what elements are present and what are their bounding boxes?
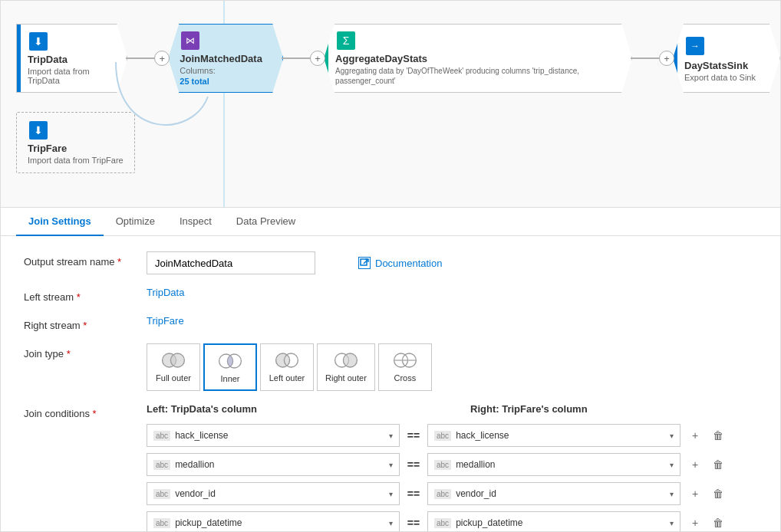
left-col-header: Left: TripData's column [147, 403, 400, 415]
tab-data-preview[interactable]: Data Preview [224, 208, 308, 236]
right-outer-icon [332, 350, 360, 370]
add-condition-1[interactable]: + [687, 456, 704, 473]
join-conditions-label: Join conditions * [24, 403, 147, 419]
condition-row-3: abcpickup_datetime ▾ == abcpickup_dateti… [147, 511, 757, 531]
tripfare-subtitle: Import data from TripFare [28, 156, 124, 165]
right-stream-value[interactable]: TripFare [147, 315, 184, 327]
right-col-1[interactable]: abcmedallion ▾ [427, 453, 680, 476]
output-stream-label: Output stream name * [24, 251, 147, 268]
join-icon: ⋈ [180, 31, 201, 50]
aggregate-subtitle: Aggregating data by 'DayOfTheWeek' produ… [335, 66, 621, 86]
join-type-cross[interactable]: Cross [378, 343, 432, 391]
aggregate-icon: Σ [335, 31, 357, 50]
left-outer-label: Left outer [269, 373, 305, 383]
sink-subtitle: Export data to Sink [684, 73, 756, 82]
left-stream-row: Left stream * TripData [24, 287, 757, 303]
condition-row-0: abchack_license ▾ == abchack_license ▾ +… [147, 424, 757, 447]
right-col-2[interactable]: abcvendor_id ▾ [427, 482, 680, 505]
conditions-content: Left: TripData's column Right: TripFare'… [147, 403, 757, 531]
connector-1: + [126, 57, 162, 59]
svg-point-11 [343, 353, 357, 367]
left-stream-value[interactable]: TripData [147, 287, 184, 298]
chevron-down-icon-2: ▾ [389, 490, 393, 498]
pipeline-node-aggregate[interactable]: Σ AggregateDayStats Aggregating data by … [324, 24, 632, 93]
join-type-right-outer[interactable]: Right outer [317, 343, 375, 391]
pipeline-node-tripdata[interactable]: ⬇ TripData Import data from TripData [16, 24, 127, 93]
join-type-row: Join type * Full outer [24, 343, 757, 391]
tripdata-title: TripData [28, 54, 68, 65]
delete-condition-1[interactable]: 🗑 [710, 456, 727, 473]
output-stream-controls: Documentation [147, 251, 757, 274]
cross-label: Cross [394, 373, 416, 383]
left-col-0[interactable]: abchack_license ▾ [147, 424, 400, 447]
connector-2: + [282, 57, 318, 59]
left-col-1[interactable]: abcmedallion ▾ [147, 453, 400, 476]
add-connector-2[interactable]: + [310, 51, 325, 66]
cross-icon [391, 350, 419, 370]
right-outer-label: Right outer [325, 373, 367, 383]
import-icon: ⬇ [28, 32, 49, 51]
output-stream-row: Output stream name * Documentation [24, 251, 757, 274]
delete-condition-3[interactable]: 🗑 [710, 514, 727, 531]
tripfare-title: TripFare [28, 143, 67, 154]
join-conditions-row: Join conditions * Left: TripData's colum… [24, 403, 757, 531]
chevron-down-icon-0: ▾ [389, 432, 393, 440]
svg-point-3 [170, 353, 184, 367]
svg-point-8 [276, 353, 290, 367]
chevron-down-icon-r0: ▾ [670, 432, 674, 440]
curve-connector-svg [116, 62, 239, 154]
svg-line-1 [364, 259, 368, 264]
add-connector-3[interactable]: + [659, 51, 674, 66]
inner-label: Inner [220, 374, 239, 383]
connector-3: + [631, 57, 667, 59]
node-border-left [17, 25, 21, 92]
tab-optimize[interactable]: Optimize [104, 208, 167, 236]
right-col-3[interactable]: abcpickup_datetime ▾ [427, 511, 680, 531]
sink-title: DayStatsSink [684, 60, 748, 71]
tabs-bar: Join Settings Optimize Inspect Data Prev… [1, 208, 780, 236]
aggregate-title: AggregateDayStats [335, 53, 427, 64]
right-col-header: Right: TripFare's column [470, 403, 723, 415]
conditions-headers: Left: TripData's column Right: TripFare'… [147, 403, 757, 415]
delete-condition-0[interactable]: 🗑 [710, 427, 727, 444]
left-stream-controls: TripData [147, 287, 757, 298]
add-condition-3[interactable]: + [687, 514, 704, 531]
settings-panel: Output stream name * Documentation Left … [1, 236, 780, 531]
add-condition-2[interactable]: + [687, 485, 704, 502]
inner-icon [216, 351, 244, 371]
condition-row-1: abcmedallion ▾ == abcmedallion ▾ + 🗑 [147, 453, 757, 476]
join-type-inner[interactable]: Inner [203, 343, 257, 391]
full-outer-label: Full outer [156, 373, 191, 383]
add-condition-0[interactable]: + [687, 427, 704, 444]
chevron-down-icon-r1: ▾ [670, 461, 674, 469]
chevron-down-icon-3: ▾ [389, 519, 393, 527]
chevron-down-icon-r2: ▾ [670, 490, 674, 498]
right-col-0[interactable]: abchack_license ▾ [427, 424, 680, 447]
full-outer-icon [160, 350, 187, 370]
left-col-2[interactable]: abcvendor_id ▾ [147, 482, 400, 505]
pipeline-node-sink[interactable]: → DayStatsSink Export data to Sink [673, 24, 780, 93]
delete-condition-2[interactable]: 🗑 [710, 485, 727, 502]
left-outer-icon [273, 350, 301, 370]
equals-2: == [406, 488, 421, 500]
join-type-full-outer[interactable]: Full outer [147, 343, 200, 391]
tab-join-settings[interactable]: Join Settings [16, 208, 104, 236]
right-stream-row: Right stream * TripFare [24, 315, 757, 331]
left-col-3[interactable]: abcpickup_datetime ▾ [147, 511, 400, 531]
output-stream-input[interactable] [147, 251, 315, 274]
join-type-label: Join type * [24, 343, 147, 360]
right-stream-controls: TripFare [147, 315, 757, 327]
doc-link[interactable]: Documentation [358, 257, 442, 269]
chevron-down-icon-1: ▾ [389, 461, 393, 469]
right-stream-label: Right stream * [24, 315, 147, 331]
join-type-left-outer[interactable]: Left outer [260, 343, 314, 391]
doc-external-icon [358, 257, 371, 269]
chevron-down-icon-r3: ▾ [670, 519, 674, 527]
join-type-container: Full outer Inner [147, 343, 432, 391]
left-stream-label: Left stream * [24, 287, 147, 303]
tab-inspect[interactable]: Inspect [167, 208, 224, 236]
condition-row-2: abcvendor_id ▾ == abcvendor_id ▾ + 🗑 [147, 482, 757, 505]
equals-3: == [406, 517, 421, 529]
tripdata-subtitle: Import data from TripData [28, 67, 116, 85]
equals-1: == [406, 458, 421, 471]
